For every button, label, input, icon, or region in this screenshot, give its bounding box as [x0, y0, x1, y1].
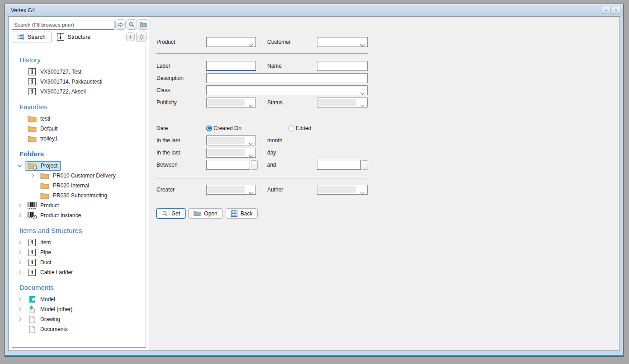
folder-icon — [194, 210, 201, 216]
favorites-heading: Favorites — [19, 103, 146, 111]
last-months-select[interactable] — [206, 135, 256, 145]
chevron-down-icon — [248, 142, 253, 145]
get-button-label: Get — [171, 210, 180, 217]
window-title: Vertex G4 — [11, 7, 602, 14]
folder-icon — [40, 173, 49, 179]
description-label: Description — [156, 75, 206, 81]
author-label: Author — [267, 187, 317, 193]
documents-heading: Documents — [19, 284, 146, 291]
last-days-select[interactable] — [206, 148, 256, 158]
favorite-item[interactable]: trolley1 — [12, 134, 146, 144]
tree-item-model[interactable]: Model — [12, 294, 146, 304]
chevron-right-icon[interactable] — [17, 259, 23, 266]
created-on-radio[interactable] — [206, 126, 212, 131]
chevron-down-icon — [360, 191, 365, 195]
tree-item-model-other[interactable]: Model (other) — [12, 304, 146, 314]
customer-select[interactable] — [317, 37, 368, 47]
document-page-icon — [29, 326, 35, 333]
plus-icon — [128, 34, 133, 40]
history-item[interactable]: i VX3001714, Pakkaustesti — [12, 77, 146, 87]
folder-icon — [28, 116, 37, 122]
search-button[interactable] — [127, 19, 137, 30]
label-label: Label — [156, 63, 206, 69]
favorite-item[interactable]: Default — [12, 124, 146, 134]
history-item[interactable]: i VX3001727, Test — [12, 67, 146, 77]
history-item[interactable]: i VX3001722, Akseli — [12, 87, 146, 97]
tree-item-pr030[interactable]: PR030 Subcontracting — [12, 191, 146, 201]
add-tab-button[interactable] — [126, 33, 135, 41]
chevron-right-icon[interactable] — [17, 249, 23, 256]
selected-tree-node[interactable]: Project — [26, 161, 61, 171]
tree-item-project[interactable]: Project — [12, 161, 146, 171]
author-select[interactable] — [317, 185, 368, 195]
chevron-right-icon[interactable] — [17, 296, 23, 303]
product-select[interactable] — [206, 37, 256, 47]
month-label: month — [267, 137, 317, 144]
label-input[interactable] — [206, 61, 256, 71]
form-buttons: Get Open Back — [156, 208, 368, 219]
in-the-last-month-label: In the last — [156, 137, 206, 144]
between-from-input[interactable] — [206, 160, 250, 170]
settings-button[interactable] — [136, 32, 147, 42]
info-icon: i — [28, 259, 36, 266]
info-icon: i — [28, 269, 36, 276]
chevron-right-icon[interactable] — [17, 316, 23, 322]
chevron-right-icon[interactable] — [17, 212, 23, 219]
tree-item-product-instance[interactable]: Product Instance — [12, 210, 146, 220]
tab-search[interactable]: Search — [12, 32, 52, 42]
tree-item-documents[interactable]: Documents — [12, 324, 146, 334]
status-select[interactable] — [317, 98, 368, 107]
favorite-item[interactable]: testi — [12, 114, 146, 124]
left-column: Search i Structure — [9, 17, 149, 350]
close-button[interactable] — [612, 7, 620, 14]
tree-item-pr020[interactable]: PR020 Internal — [12, 181, 146, 191]
back-button[interactable]: Back — [226, 208, 258, 219]
tree-item-product[interactable]: Product — [12, 201, 146, 210]
drawing-page-icon — [29, 316, 35, 323]
search-form: Product Customer Label Name D — [156, 37, 368, 219]
magnifier-icon — [128, 21, 135, 28]
pin-icon — [605, 8, 607, 13]
class-label: Class — [156, 87, 206, 93]
get-button[interactable]: Get — [156, 208, 185, 219]
open-button[interactable]: Open — [188, 208, 222, 219]
between-from-picker-button[interactable]: ... — [251, 160, 258, 170]
chevron-right-icon[interactable] — [17, 306, 23, 313]
description-input[interactable] — [206, 73, 368, 83]
chevron-right-icon[interactable] — [17, 269, 23, 275]
class-select[interactable] — [206, 85, 368, 95]
chevron-right-icon[interactable] — [29, 173, 36, 179]
between-to-input[interactable] — [317, 160, 361, 170]
chevron-right-icon[interactable] — [17, 202, 23, 209]
model-other-icon — [28, 305, 36, 313]
titlebar[interactable]: Vertex G4 — [5, 4, 623, 16]
creator-select[interactable] — [206, 185, 256, 195]
status-label: Status — [267, 99, 317, 106]
chevron-down-icon — [360, 92, 365, 95]
name-input[interactable] — [317, 61, 368, 71]
between-to-picker-button[interactable]: ... — [362, 160, 369, 170]
tab-structure[interactable]: i Structure — [52, 32, 96, 42]
folders-heading: Folders — [19, 150, 146, 158]
tree-item-pr010[interactable]: PR010 Customer Delivery — [12, 171, 146, 181]
chevron-right-icon[interactable] — [17, 239, 23, 246]
folder-clock-icon — [28, 162, 38, 170]
info-icon: i — [28, 88, 36, 95]
close-icon — [615, 8, 617, 13]
browse-folder-button[interactable] — [138, 19, 148, 30]
tree-item-drawing[interactable]: Drawing — [12, 314, 146, 324]
folder-icon — [40, 192, 49, 199]
tree-item-duct[interactable]: i Duct — [12, 257, 146, 267]
chevron-down-icon — [248, 104, 253, 107]
pin-button[interactable] — [602, 7, 610, 14]
tree-item-pipe[interactable]: i Pipe — [12, 247, 146, 257]
go-button[interactable] — [115, 19, 126, 30]
chevron-down-icon[interactable] — [17, 163, 23, 169]
tree-item-cable-ladder[interactable]: i Cable Ladder — [12, 267, 146, 277]
search-input[interactable] — [12, 20, 114, 30]
publicity-select[interactable] — [206, 98, 256, 107]
in-the-last-day-label: In the last — [156, 149, 206, 156]
edited-radio[interactable] — [288, 126, 294, 131]
separator — [156, 53, 368, 54]
tree-item-item[interactable]: i Item — [12, 238, 146, 247]
